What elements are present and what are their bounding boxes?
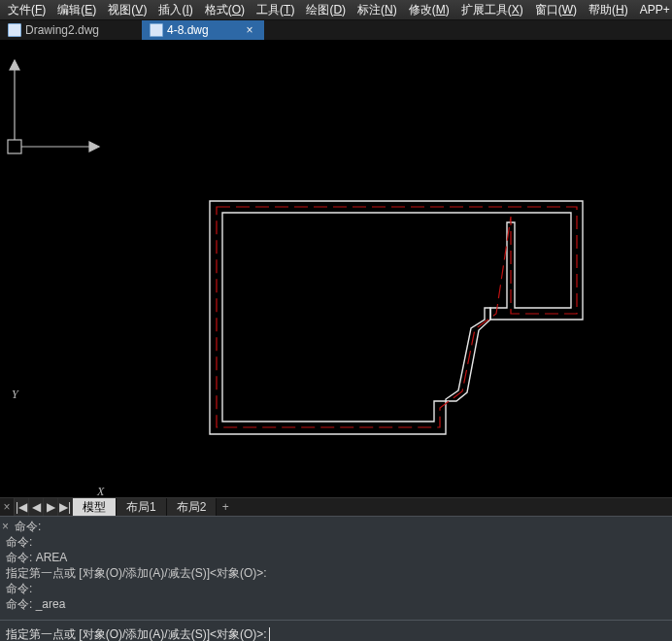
- close-icon[interactable]: ×: [243, 23, 256, 37]
- menu-item-E[interactable]: 编辑(E): [51, 0, 102, 19]
- text-cursor: [269, 627, 270, 641]
- new-tab-button[interactable]: [264, 20, 286, 40]
- command-history-line: 命令: AREA: [6, 550, 666, 565]
- doc-tab-inactive[interactable]: Drawing2.dwg: [0, 20, 142, 40]
- svg-marker-2: [89, 142, 99, 152]
- command-history-line: 命令:: [6, 519, 666, 534]
- layout-tab[interactable]: 布局2: [167, 498, 218, 516]
- layout-tab[interactable]: 模型: [73, 498, 117, 516]
- menu-item-X[interactable]: 扩展工具(X): [455, 0, 529, 19]
- file-icon: [150, 23, 163, 37]
- doc-tab-label: Drawing2.dwg: [25, 23, 99, 37]
- menu-item-M[interactable]: 修改(M): [403, 0, 455, 19]
- menu-item-I[interactable]: 插入(I): [152, 0, 198, 19]
- command-input[interactable]: 指定第一点或 [对象(O)/添加(A)/减去(S)]<对象(O)>:: [0, 620, 672, 641]
- svg-rect-0: [8, 140, 21, 153]
- menu-item-F[interactable]: 文件(F): [2, 0, 51, 19]
- layout-tab[interactable]: 布局1: [117, 498, 167, 516]
- doc-tab-label: 4-8.dwg: [167, 23, 209, 37]
- menu-item-V[interactable]: 视图(V): [102, 0, 152, 19]
- nav-prev-icon[interactable]: ◀: [29, 498, 44, 516]
- command-prompt-text: 指定第一点或 [对象(O)/添加(A)/减去(S)]<对象(O)>:: [6, 626, 267, 642]
- document-tab-bar: Drawing2.dwg 4-8.dwg ×: [0, 20, 672, 41]
- ucs-x-label: X: [97, 485, 104, 499]
- menu-item-N[interactable]: 标注(N): [352, 0, 403, 19]
- command-history-line: 命令:: [6, 581, 666, 596]
- menu-item-D[interactable]: 绘图(D): [300, 0, 352, 19]
- add-layout-button[interactable]: +: [217, 498, 234, 516]
- menu-item-W[interactable]: 窗口(W): [529, 0, 583, 19]
- command-history-line: 命令: _area: [6, 596, 666, 612]
- ucs-icon: [6, 41, 113, 157]
- drawing-canvas[interactable]: X Y: [0, 41, 672, 497]
- menu-item-T[interactable]: 工具(T): [251, 0, 300, 19]
- close-icon[interactable]: ×: [2, 519, 9, 534]
- menu-item-H[interactable]: 帮助(H): [583, 0, 634, 19]
- menu-bar: 文件(F)编辑(E)视图(V)插入(I)格式(O)工具(T)绘图(D)标注(N)…: [0, 0, 672, 20]
- ucs-y-label: Y: [12, 388, 18, 402]
- svg-marker-4: [10, 60, 19, 70]
- menu-item-APP+[interactable]: APP+: [634, 0, 672, 19]
- command-history: × 命令:命令:命令: AREA指定第一点或 [对象(O)/添加(A)/减去(S…: [0, 516, 672, 620]
- close-icon[interactable]: ×: [0, 498, 15, 516]
- nav-last-icon[interactable]: ▶|: [58, 498, 73, 516]
- command-history-line: 命令:: [6, 534, 666, 550]
- command-history-line: 指定第一点或 [对象(O)/添加(A)/减去(S)]<对象(O)>:: [6, 565, 666, 581]
- doc-tab-active[interactable]: 4-8.dwg ×: [142, 20, 264, 40]
- nav-first-icon[interactable]: |◀: [15, 498, 29, 516]
- nav-next-icon[interactable]: ▶: [44, 498, 58, 516]
- layout-tab-bar: × |◀ ◀ ▶ ▶| 模型布局1布局2 +: [0, 497, 672, 516]
- file-icon: [8, 23, 21, 37]
- menu-item-O[interactable]: 格式(O): [199, 0, 251, 19]
